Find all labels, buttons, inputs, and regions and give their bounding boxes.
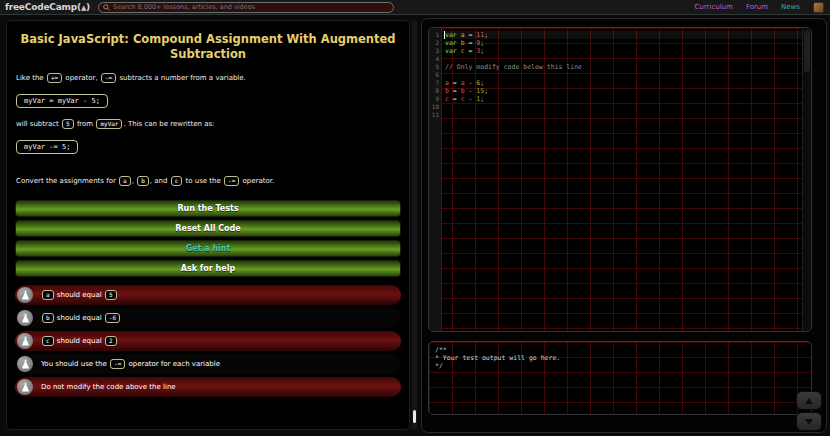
inline-code-myvar: myVar (96, 119, 122, 129)
task-text: , and (150, 177, 170, 185)
test-text: b should equal -6 (41, 313, 121, 323)
code-line: a = a - 6; (445, 79, 801, 87)
nav-links: Curriculum Forum News (694, 2, 824, 13)
task-text: , (132, 177, 136, 185)
code-editor[interactable]: 1 2 3 4 5 6 7 8 9 10 11 var a = 11; var … (428, 27, 812, 332)
line-number: 4 (429, 55, 441, 63)
reset-code-button[interactable]: Reset All Code (15, 220, 401, 237)
token-keyword: var (445, 39, 461, 47)
nav-link-curriculum[interactable]: Curriculum (694, 3, 732, 11)
editor-panel: 1 2 3 4 5 6 7 8 9 10 11 var a = 11; var … (421, 18, 827, 433)
freecodecamp-logo[interactable]: freeCodeCamp(▲) (5, 2, 90, 12)
scroll-up-button[interactable] (796, 391, 822, 410)
line-number: 9 (429, 95, 441, 103)
arrow-up-icon (805, 398, 813, 404)
app-window: freeCodeCamp(▲) Curriculum Forum News Ba… (0, 0, 830, 436)
flask-icon (17, 310, 33, 326)
code-lines[interactable]: var a = 11; var b = 9; var c = 3; // Onl… (445, 31, 801, 119)
code-example-long: myVar = myVar - 5; (16, 94, 108, 108)
code-line: var c = 3; (445, 47, 801, 55)
test-results-list: a should equal 5 b should equal -6 c sho… (15, 285, 401, 397)
logo-text-suffix: ) (86, 2, 90, 12)
code-line: c = c - 1; (445, 95, 801, 103)
intro-text: Like the (16, 74, 46, 82)
code-line (445, 71, 801, 79)
token-identifier: b (445, 87, 453, 95)
inline-code-5: 5 (62, 119, 74, 129)
flask-icon (17, 379, 33, 395)
run-tests-button[interactable]: Run the Tests (15, 200, 401, 217)
action-buttons: Run the Tests Reset All Code Get a hint … (15, 200, 401, 277)
rewrite-text: from (75, 120, 96, 128)
task-text: operator. (240, 177, 274, 185)
test-row: c should equal 2 (15, 331, 401, 351)
token-operator: = (453, 95, 461, 103)
test-text: You should use the -= operator for each … (41, 359, 220, 369)
code-example-short: myVar -= 5; (16, 140, 78, 154)
line-number: 11 (429, 111, 441, 119)
inline-code-5: 5 (105, 290, 117, 300)
line-number: 2 (429, 39, 441, 47)
scrollbar-thumb[interactable] (413, 410, 416, 423)
test-output-console: /** * Your test output will go here. */ (428, 341, 812, 415)
inline-code-a: a (119, 176, 131, 186)
scroll-button-group (796, 391, 822, 431)
editor-scrollbar[interactable] (802, 28, 811, 331)
token-operator: = (453, 87, 461, 95)
code-line (445, 55, 801, 63)
user-avatar[interactable] (813, 2, 824, 13)
page-title: Basic JavaScript: Compound Assignment Wi… (12, 32, 404, 62)
line-number: 5 (429, 63, 441, 71)
inline-code-a: a (42, 290, 54, 300)
code-line: var a = 11; (445, 31, 801, 39)
get-hint-button[interactable]: Get a hint (15, 240, 401, 257)
inline-code-minus-equals: -= (101, 73, 116, 83)
test-row: Do not modify the code above the line (15, 377, 401, 397)
intro-text: subtracts a number from a variable. (117, 74, 246, 82)
test-row: You should use the -= operator for each … (15, 354, 401, 374)
test-row: b should equal -6 (15, 308, 401, 328)
test-text: Do not modify the code above the line (41, 383, 176, 391)
line-number: 7 (429, 79, 441, 87)
instructions-scrollbar[interactable] (412, 20, 417, 430)
inline-code-neg6: -6 (105, 313, 120, 323)
console-line: /** (435, 346, 805, 354)
code-line: var b = 9; (445, 39, 801, 47)
code-line: b = b - 15; (445, 87, 801, 95)
instructions-panel: Basic JavaScript: Compound Assignment Wi… (6, 20, 410, 430)
scroll-down-button[interactable] (796, 412, 822, 431)
nav-link-forum[interactable]: Forum (746, 3, 768, 11)
token-semicolon: ; (480, 79, 484, 87)
console-line: * Your test output will go here. (435, 354, 805, 362)
search-bar[interactable] (98, 2, 394, 13)
arrow-down-icon (805, 419, 813, 425)
search-input[interactable] (113, 3, 389, 11)
rewrite-text: will subtract (16, 120, 61, 128)
inline-code-c: c (42, 336, 54, 346)
inline-code-operator: -= (224, 176, 239, 186)
token-number: 15 (476, 87, 484, 95)
task-text: Convert the assignments for (16, 177, 118, 185)
test-phrase: should equal (55, 337, 104, 345)
token-keyword: var (445, 47, 461, 55)
ask-help-button[interactable]: Ask for help (15, 260, 401, 277)
rewrite-paragraph: will subtract 5 from myVar. This can be … (16, 119, 400, 130)
inline-code-b: b (137, 176, 149, 186)
test-phrase: operator for each variable (126, 360, 220, 368)
token-semicolon: ; (484, 31, 488, 39)
nav-link-news[interactable]: News (781, 3, 800, 11)
token-semicolon: ; (484, 87, 488, 95)
rewrite-text: . This can be rewritten as: (123, 120, 214, 128)
token-identifier: c (445, 95, 453, 103)
inline-code-operator: -= (110, 359, 125, 369)
test-text: a should equal 5 (41, 290, 118, 300)
line-number: 8 (429, 87, 441, 95)
token-semicolon: ; (480, 95, 484, 103)
task-paragraph: Convert the assignments for a, b, and c … (16, 176, 400, 187)
inline-code-c: c (171, 176, 183, 186)
logo-text-prefix: freeCodeCamp( (5, 2, 81, 12)
task-text: to use the (183, 177, 223, 185)
scrollbar-thumb[interactable] (804, 30, 810, 72)
top-navbar: freeCodeCamp(▲) Curriculum Forum News (0, 0, 830, 15)
inline-code-b: b (42, 313, 54, 323)
